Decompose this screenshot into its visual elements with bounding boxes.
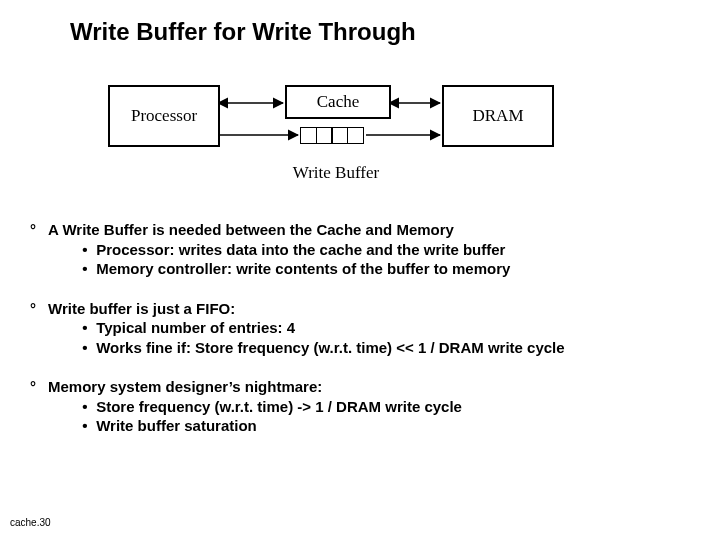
processor-label: Processor (131, 106, 197, 126)
content: °A Write Buffer is needed between the Ca… (30, 220, 690, 456)
bullet-3: °Memory system designer’s nightmare: • S… (30, 377, 690, 436)
cache-box: Cache (285, 85, 391, 119)
bullet-2-sub2: Works fine if: Store frequency (w.r.t. t… (96, 339, 564, 356)
bullet-1-head: A Write Buffer is needed between the Cac… (48, 221, 454, 238)
bullet-2-sub1: Typical number of entries: 4 (96, 319, 295, 336)
dram-box: DRAM (442, 85, 554, 147)
dot-icon: • (78, 318, 92, 338)
bullet-3-sub1: Store frequency (w.r.t. time) -> 1 / DRA… (96, 398, 462, 415)
degree-icon: ° (30, 299, 48, 319)
wb-cell (331, 127, 348, 144)
degree-icon: ° (30, 220, 48, 240)
bullet-1: °A Write Buffer is needed between the Ca… (30, 220, 690, 279)
dot-icon: • (78, 259, 92, 279)
wb-cell (300, 127, 317, 144)
bullet-3-head: Memory system designer’s nightmare: (48, 378, 322, 395)
bullet-2-head: Write buffer is just a FIFO: (48, 300, 235, 317)
degree-icon: ° (30, 377, 48, 397)
slide-number: cache.30 (10, 517, 51, 528)
diagram: Processor Cache DRAM Write Buffer (0, 85, 720, 215)
bullet-2: °Write buffer is just a FIFO: • Typical … (30, 299, 690, 358)
processor-box: Processor (108, 85, 220, 147)
cache-label: Cache (317, 92, 359, 112)
dot-icon: • (78, 338, 92, 358)
slide-title: Write Buffer for Write Through (70, 18, 416, 46)
dram-label: DRAM (472, 106, 523, 126)
bullet-1-sub1: Processor: writes data into the cache an… (96, 241, 505, 258)
bullet-3-sub2: Write buffer saturation (96, 417, 257, 434)
dot-icon: • (78, 416, 92, 436)
write-buffer-cells (300, 127, 364, 144)
write-buffer-label: Write Buffer (285, 163, 387, 183)
bullet-1-sub2: Memory controller: write contents of the… (96, 260, 510, 277)
wb-cell (316, 127, 333, 144)
slide: Write Buffer for Write Through Processor… (0, 0, 720, 540)
wb-cell (347, 127, 364, 144)
dot-icon: • (78, 397, 92, 417)
dot-icon: • (78, 240, 92, 260)
